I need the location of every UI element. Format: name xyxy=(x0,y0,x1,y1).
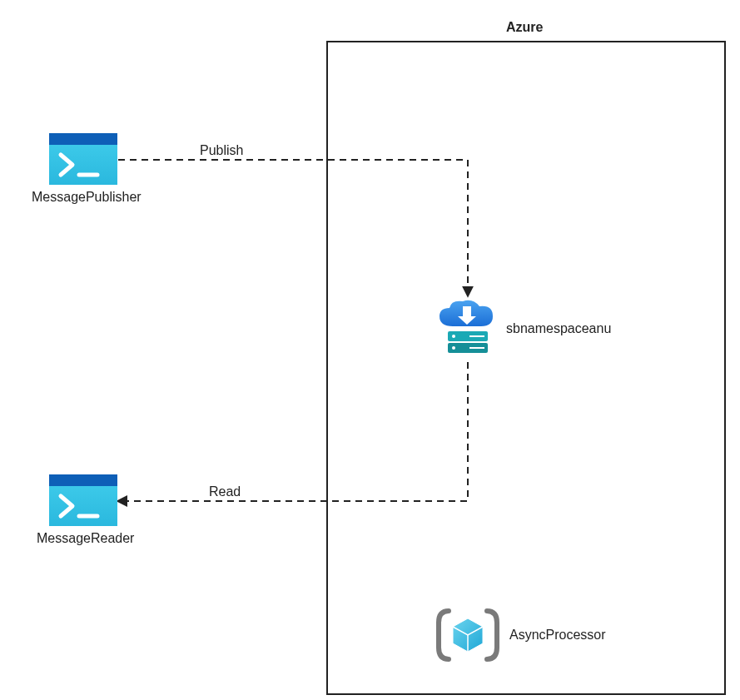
azure-container-title: Azure xyxy=(506,20,543,35)
svg-rect-5 xyxy=(49,486,117,526)
reader-label: MessageReader xyxy=(37,531,134,546)
edge-publish-label: Publish xyxy=(196,143,246,158)
terminal-reader-icon xyxy=(49,474,117,526)
azure-container xyxy=(327,42,725,694)
publisher-label: MessagePublisher xyxy=(32,190,142,205)
resourcegroup-icon xyxy=(439,611,497,659)
processor-label: AsyncProcessor xyxy=(509,628,606,643)
terminal-publisher-icon xyxy=(49,133,117,185)
svg-rect-7 xyxy=(463,306,471,316)
svg-rect-2 xyxy=(49,145,117,185)
edge-read xyxy=(118,362,468,501)
svg-point-12 xyxy=(452,346,455,350)
servicebus-icon xyxy=(440,300,493,353)
servicebus-label: sbnamespaceanu xyxy=(506,321,611,336)
svg-rect-0 xyxy=(327,42,725,694)
diagram-canvas: Azure MessagePublisher MessageReader sbn… xyxy=(0,0,740,700)
svg-rect-1 xyxy=(49,133,117,145)
diagram-svg xyxy=(0,0,740,700)
svg-rect-4 xyxy=(49,474,117,486)
edge-read-label: Read xyxy=(206,484,244,499)
svg-point-11 xyxy=(452,335,455,338)
edge-publish xyxy=(118,160,468,295)
